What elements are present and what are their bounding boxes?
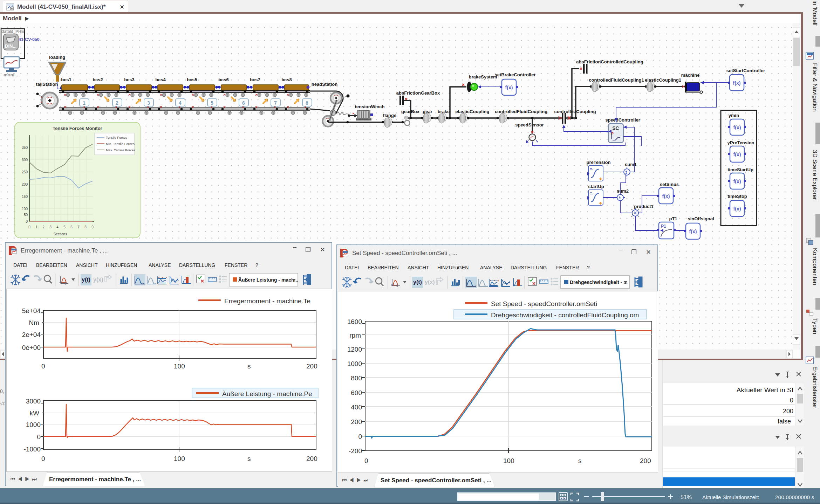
svg-text:setSinus: setSinus [660, 182, 679, 187]
svg-text:4: 4 [56, 225, 59, 229]
svg-text:startUp: startUp [588, 184, 604, 189]
svg-text:machine: machine [681, 73, 700, 78]
svg-text:tailStation: tailStation [36, 82, 58, 87]
svg-text:bcs6: bcs6 [218, 77, 229, 82]
svg-text:Max. Tensile Forces: Max. Tensile Forces [106, 148, 136, 152]
svg-text:Tensile Forces Monitor: Tensile Forces Monitor [53, 126, 102, 131]
svg-text:product1: product1 [634, 204, 654, 209]
svg-text:0: 0 [28, 225, 30, 229]
svg-text:SC: SC [612, 125, 619, 131]
svg-text:4: 4 [179, 100, 182, 106]
svg-text:speedSensor: speedSensor [515, 122, 544, 127]
svg-text:bcs1: bcs1 [61, 77, 71, 82]
svg-text:2: 2 [42, 225, 45, 229]
svg-text:bcs7: bcs7 [250, 77, 260, 82]
svg-text:brakeSystem: brakeSystem [469, 74, 497, 80]
svg-text:0,: 0, [0, 388, 4, 394]
svg-text:controlledCoupling: controlledCoupling [554, 109, 596, 114]
svg-text:bcs8: bcs8 [281, 77, 292, 82]
svg-text:yPreTension: yPreTension [727, 140, 754, 145]
svg-text:8: 8 [84, 225, 87, 229]
svg-text:elasticCoupling: elasticCoupling [456, 109, 490, 114]
svg-text:3: 3 [49, 225, 52, 229]
svg-text:51%: 51% [681, 494, 692, 500]
svg-text:2: 2 [116, 100, 118, 106]
svg-text:tensionWinch: tensionWinch [355, 104, 384, 109]
svg-text:Sections: Sections [54, 232, 67, 236]
svg-text:dataB_PHE: dataB_PHE [1, 29, 24, 34]
svg-text:false: false [778, 418, 791, 425]
svg-text:250: 250 [22, 170, 28, 174]
svg-text:200.00000000 s: 200.00000000 s [775, 494, 814, 500]
svg-text:Aktueller Wert in SI: Aktueller Wert in SI [737, 386, 793, 394]
svg-text:350: 350 [22, 146, 28, 150]
svg-text:Min. Tensile Forces: Min. Tensile Forces [106, 142, 135, 146]
svg-text:200: 200 [22, 182, 28, 186]
svg-text:bcs5: bcs5 [187, 77, 197, 82]
svg-text:5: 5 [63, 225, 66, 229]
svg-text:DIN...: DIN... [5, 43, 16, 49]
svg-text:8: 8 [306, 100, 308, 106]
svg-text:loading: loading [49, 55, 65, 60]
svg-text:Äußere Leistung - mach...: Äußere Leistung - mach... [238, 277, 298, 283]
svg-text:headStation: headStation [312, 82, 337, 87]
svg-text:5: 5 [211, 100, 213, 106]
svg-text:Aktuelle Simulationszeit:: Aktuelle Simulationszeit: [702, 494, 759, 500]
svg-text:3: 3 [147, 100, 150, 106]
svg-text:absFrictionControlledCoupling: absFrictionControlledCoupling [576, 59, 643, 64]
svg-text:flange: flange [383, 113, 396, 118]
svg-text:timeStartUp: timeStartUp [727, 167, 753, 172]
svg-text:7: 7 [77, 225, 80, 229]
svg-text:0: 0 [26, 220, 28, 223]
svg-text:timeStop: timeStop [727, 194, 747, 199]
svg-text:sum1: sum1 [625, 162, 637, 167]
svg-text:P1: P1 [661, 224, 666, 229]
svg-text:bcs2: bcs2 [93, 77, 103, 82]
svg-text:1: 1 [35, 225, 37, 229]
svg-text:bcs4: bcs4 [155, 77, 166, 82]
svg-text:1: 1 [83, 100, 86, 106]
svg-text:41-CV-050: 41-CV-050 [19, 37, 40, 42]
svg-text:ymin: ymin [729, 113, 739, 118]
svg-text:Drehgeschwindigkeit - ...: Drehgeschwindigkeit - ... [570, 279, 628, 285]
svg-text:bcs3: bcs3 [124, 77, 135, 82]
svg-text:setStartController: setStartController [726, 68, 765, 73]
svg-text:pT1: pT1 [669, 216, 677, 221]
svg-text:setBrakeController: setBrakeController [494, 72, 535, 77]
svg-text:◁:: ◁: [0, 401, 5, 406]
svg-text:sinOffsignal: sinOffsignal [688, 216, 714, 221]
svg-text:absFrictionGearBox: absFrictionGearBox [396, 90, 440, 96]
svg-text:preTension: preTension [586, 160, 610, 165]
svg-text:150: 150 [22, 195, 28, 199]
svg-text:sum2: sum2 [617, 188, 629, 194]
svg-text:50: 50 [24, 213, 28, 217]
svg-text:9: 9 [91, 225, 94, 229]
svg-text:6: 6 [70, 225, 73, 229]
svg-text:100: 100 [22, 207, 28, 211]
svg-text:0: 0 [790, 397, 793, 404]
svg-text:6: 6 [242, 100, 245, 106]
svg-text:moni...: moni... [4, 72, 18, 77]
svg-text:speedController: speedController [605, 117, 640, 123]
svg-text:200: 200 [783, 408, 793, 415]
svg-text:Tensile Forces: Tensile Forces [106, 136, 127, 139]
svg-text:300: 300 [22, 158, 28, 162]
svg-text:7: 7 [274, 100, 277, 106]
